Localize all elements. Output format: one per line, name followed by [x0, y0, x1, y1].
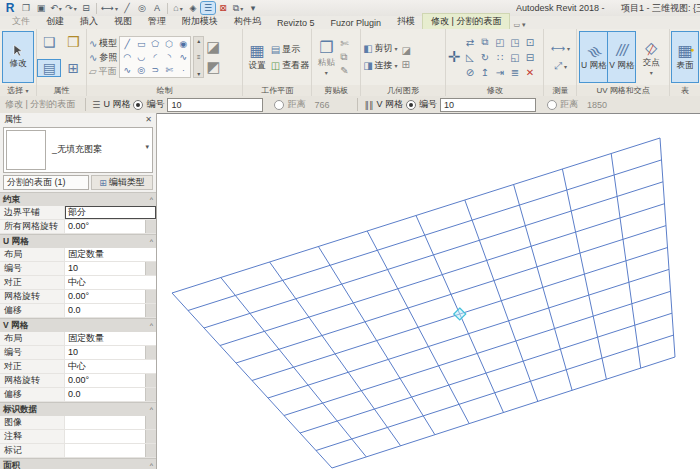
draw-tool-icon-9[interactable]: ∿ [176, 50, 190, 63]
drawing-area[interactable] [157, 113, 700, 469]
demolish-icon[interactable]: ⊞ [402, 59, 411, 70]
cut-geometry-button[interactable]: ◧ 剪切 ▾ [363, 42, 397, 55]
draw-tool-icon-7[interactable]: ◜ [148, 50, 162, 63]
aligned-dimension-button[interactable]: ⟷ ▾ [551, 42, 570, 55]
wall-join-icon[interactable]: ◪ [402, 45, 411, 56]
modify-button[interactable]: 修改 [3, 32, 33, 82]
create-form-icon[interactable]: ◪ [206, 38, 220, 56]
uv-center-widget[interactable] [454, 308, 466, 320]
measure-icon[interactable]: ╱ [120, 2, 134, 14]
draw-tools-scrollbar[interactable]: ▴ ≡ ▾ [193, 36, 204, 78]
draw-tool-icon-11[interactable]: ◎ [134, 63, 148, 76]
draw-tool-icon-13[interactable]: ✄ [162, 63, 176, 76]
section-icon[interactable]: ◈ [186, 2, 200, 14]
draw-tool-icon-6[interactable]: ◡ [134, 50, 148, 63]
tab-file[interactable]: 文件 [4, 14, 38, 29]
dimension-icon[interactable]: ⟷▾ [100, 2, 119, 14]
dropdown-caret-icon[interactable]: ▾ [74, 5, 77, 12]
draw-tool-icon-8[interactable]: ◝ [162, 50, 176, 63]
property-value[interactable]: 部分 [65, 206, 156, 219]
surface-representation-button[interactable]: ▦ ● 表面 [672, 32, 698, 82]
associate-param-button[interactable] [145, 346, 156, 359]
property-value[interactable] [65, 430, 145, 443]
tab-6[interactable]: 构件坞 [226, 14, 269, 29]
dropdown-caret-icon[interactable]: ▾ [240, 5, 243, 12]
tab-4[interactable]: 管理 [140, 14, 174, 29]
collapse-icon[interactable]: ^ [150, 322, 153, 329]
property-value[interactable] [65, 416, 145, 429]
ribbon-display-toggle[interactable]: ▭ ▾ [513, 21, 525, 29]
draw-model-button[interactable]: ∿ 模型 [89, 37, 117, 50]
measure-tool-button[interactable]: ⤢ ▾ [554, 60, 567, 73]
draw-plane-button[interactable]: ▱ 平面 [89, 65, 117, 78]
tab-7[interactable]: Revizto 5 [269, 17, 323, 29]
instance-selector[interactable]: 分割的表面 (1) [3, 175, 89, 190]
u-number-radio[interactable] [133, 100, 143, 110]
offset-icon[interactable]: ⧉ [477, 35, 492, 50]
v-number-radio[interactable] [406, 100, 416, 110]
viewer-button[interactable]: ◫ 查看器 [271, 59, 309, 72]
align-icon[interactable]: ⇄ [462, 35, 477, 50]
void-form-icon[interactable]: ◩ [206, 58, 220, 76]
array-icon[interactable]: ∷ [492, 50, 507, 65]
paste-button[interactable]: ❐ 粘贴 ▾ [314, 32, 338, 82]
copy-icon[interactable]: ⧉ [340, 51, 348, 63]
associate-param-button[interactable] [145, 388, 156, 401]
trim-icon[interactable]: ⊟ [522, 50, 537, 65]
thin-lines-icon[interactable]: ☰ [201, 2, 215, 14]
dropdown-caret-icon[interactable]: ▾ [59, 5, 62, 12]
draw-tool-icon-1[interactable]: ▭ [134, 37, 148, 50]
tag-icon[interactable]: ◎ [135, 2, 149, 14]
pin-icon[interactable]: ↥ [477, 65, 492, 80]
draw-tool-icon-14[interactable]: ∙ [176, 63, 190, 76]
collapse-icon[interactable]: ^ [150, 406, 153, 413]
divided-surface-grid[interactable] [157, 114, 700, 469]
u-grid-button[interactable]: ≋ U 网格 [580, 32, 607, 82]
type-selector[interactable]: _无填充图案 ▾ [3, 127, 153, 173]
tab-8[interactable]: Fuzor Plugin [323, 17, 390, 29]
close-hidden-windows-icon[interactable]: ⊠ [216, 2, 230, 14]
family-category-icon[interactable]: ❒ [62, 34, 84, 50]
scroll-down-icon[interactable]: ▾ [197, 70, 200, 77]
property-value[interactable]: 中心 [65, 276, 156, 289]
tab-3[interactable]: 视图 [106, 14, 140, 29]
unpin-icon[interactable]: ⇥ [492, 65, 507, 80]
v-number-input[interactable]: 10 [440, 98, 536, 112]
property-value[interactable]: 0.00° [65, 290, 145, 303]
draw-tool-icon-3[interactable]: ⬡ [162, 37, 176, 50]
switch-windows-icon[interactable]: ⧉▾ [231, 2, 245, 14]
scale-icon[interactable]: ◱ [507, 50, 522, 65]
property-value[interactable]: 0.0 [65, 388, 145, 401]
draw-tool-icon-0[interactable]: ╱ [120, 37, 134, 50]
section-header[interactable]: V 网格^ [0, 318, 156, 332]
dropdown-caret-icon[interactable]: ▾ [115, 5, 118, 12]
property-value[interactable]: 中心 [65, 360, 156, 373]
draw-reference-button[interactable]: ∿ 参照 [89, 51, 117, 64]
associate-param-button[interactable] [145, 262, 156, 275]
scroll-grip-icon[interactable]: ≡ [197, 54, 201, 60]
draw-tool-icon-2[interactable]: ⬠ [148, 37, 162, 50]
open-file-icon[interactable]: ❐ [19, 2, 33, 14]
mirror-axis-icon[interactable]: ◰ [492, 35, 507, 50]
property-value[interactable]: 固定数量 [65, 248, 156, 261]
tab-1[interactable]: 创建 [38, 14, 72, 29]
undo-icon[interactable]: ↶▾ [49, 2, 63, 14]
v-grid-button[interactable]: /// V 网格 [608, 32, 635, 82]
show-workplane-button[interactable]: ▤ 显示 [271, 43, 309, 56]
property-value[interactable] [65, 444, 145, 457]
draw-tool-icon-5[interactable]: ◠ [120, 50, 134, 63]
section-header[interactable]: 面积^ [0, 458, 156, 469]
redo-icon[interactable]: ↷▾ [64, 2, 78, 14]
delete-icon[interactable]: ✕ [522, 65, 537, 80]
scroll-up-icon[interactable]: ▴ [197, 37, 200, 44]
section-header[interactable]: U 网格^ [0, 234, 156, 248]
multilayer-icon[interactable]: ≣ [507, 65, 522, 80]
family-types-icon[interactable]: ❏ [38, 34, 60, 50]
v-distance-radio[interactable] [547, 100, 557, 110]
associate-param-button[interactable] [145, 416, 156, 429]
customize-qat-icon[interactable]: ▾ [246, 2, 260, 14]
tab-9[interactable]: 抖模 [389, 14, 423, 29]
set-workplane-button[interactable]: ▦ 设置 [245, 32, 269, 82]
app-logo[interactable]: R [3, 1, 17, 15]
associate-param-button[interactable] [145, 374, 156, 387]
